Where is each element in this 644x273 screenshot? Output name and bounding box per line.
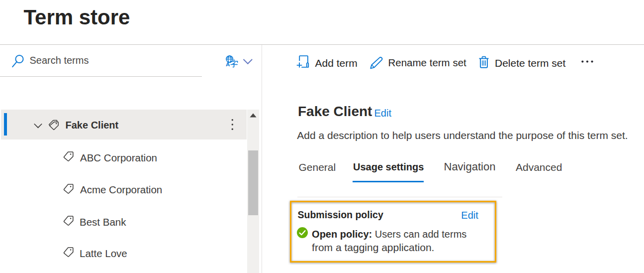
svg-text:A: A [226, 61, 230, 67]
